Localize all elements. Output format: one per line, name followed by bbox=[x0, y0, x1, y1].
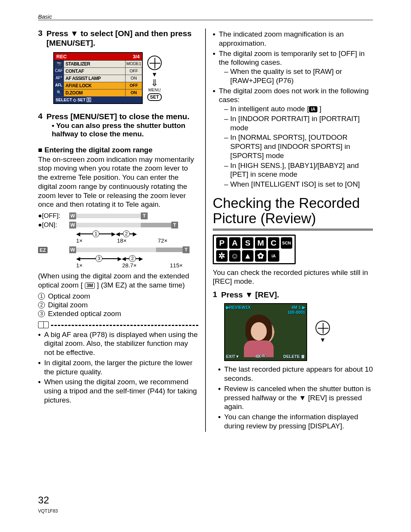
review-step-1: 1 Press ▼ [REV]. bbox=[213, 290, 373, 299]
ia-mode-icon: iA bbox=[309, 106, 317, 112]
step-number: 3 bbox=[38, 29, 43, 48]
camera-menu-figure: REC 3/4 📷STABILIZERMODE1CAFCONT.AFOFFAF*… bbox=[53, 52, 198, 104]
document-code: VQT1F83 bbox=[38, 508, 58, 514]
lcd-row: AF*AF ASSIST LAMPON bbox=[54, 75, 142, 82]
list-item: You can change the information displayed… bbox=[218, 412, 373, 431]
legend-digital: Digital zoom bbox=[48, 301, 88, 309]
review-lcd: ▶REVIEW1X 6M 1 ▶ 100-0001 EXIT▼ 4X 🔍 DEL… bbox=[224, 303, 307, 361]
step-title: Press ▼ [REV]. bbox=[221, 290, 373, 299]
lcd-row: AFLAF/AE LOCKOFF bbox=[54, 82, 142, 89]
zoom-18x: 18× bbox=[99, 237, 145, 244]
off-label: [OFF]: bbox=[42, 212, 60, 219]
list-item: When using the digital zoom, we recommen… bbox=[38, 377, 198, 404]
list-item: The last recorded picture appears for ab… bbox=[218, 365, 373, 383]
right-column: The indicated zoom magnification is an a… bbox=[213, 29, 373, 432]
zoom-range-diagram: ●[OFF]: WT ●[ON]: WT ◀━━━━1━━━━▶◀━2━▶ 1×… bbox=[38, 212, 198, 268]
down-arrow-icon: ▼ bbox=[320, 337, 326, 343]
list-item: In intelligent auto mode [iA ] bbox=[224, 104, 373, 113]
list-item: The digital zoom is temporarily set to [… bbox=[213, 49, 373, 85]
legend-extended: Extended optical zoom bbox=[48, 310, 121, 318]
list-item: In digital zoom, the larger the picture … bbox=[38, 358, 198, 377]
step-title: Press [MENU/SET] to close the menu. bbox=[46, 112, 198, 121]
title-rule bbox=[213, 228, 373, 231]
zoom-1x: 1× bbox=[76, 237, 99, 244]
subsection-header: Entering the digital zoom range bbox=[38, 146, 198, 154]
camera-lcd: REC 3/4 📷STABILIZERMODE1CAFCONT.AFOFFAF*… bbox=[53, 52, 143, 104]
person-photo-icon bbox=[242, 313, 276, 356]
notes-list: A big AF area (P78) is displayed when us… bbox=[38, 330, 198, 405]
zoom-1x-b: 1× bbox=[76, 262, 103, 268]
zoom-28x: 28.7× bbox=[103, 262, 156, 268]
step-3: 3 Press ▼ to select [ON] and then press … bbox=[38, 29, 198, 48]
step-sub-note: You can also press the shutter button ha… bbox=[52, 121, 198, 138]
lcd-footer: SELECT ◇ SET 🅂 bbox=[54, 97, 142, 103]
overlay-size: 6M 1 ▶ bbox=[292, 305, 305, 310]
dpad-figure: ▼ bbox=[315, 321, 330, 343]
zoom-paren-note: (When using the digital zoom and the ext… bbox=[38, 272, 198, 290]
review-figure: ▶REVIEW1X 6M 1 ▶ 100-0001 EXIT▼ 4X 🔍 DEL… bbox=[224, 303, 373, 361]
list-item: The digital zoom does not work in the fo… bbox=[213, 86, 373, 189]
review-notes: The last recorded picture appears for ab… bbox=[218, 365, 373, 430]
lcd-mode: REC bbox=[56, 54, 67, 59]
zoom-115x: 115× bbox=[156, 262, 183, 268]
zoom-72x: 72× bbox=[145, 237, 167, 244]
zoom-legend: 1Optical zoom 2Digital zoom 3Extended op… bbox=[38, 292, 198, 318]
list-item: A big AF area (P78) is displayed when us… bbox=[38, 330, 198, 357]
on-label: [ON]: bbox=[42, 221, 57, 228]
list-item: Review is canceled when the shutter butt… bbox=[218, 384, 373, 411]
3m-icon: 3M bbox=[85, 283, 95, 289]
list-item: In [NORMAL SPORTS], [OUTDOOR SPORTS] and… bbox=[224, 133, 373, 160]
lcd-row: 🔍D.ZOOMON bbox=[54, 89, 142, 97]
lcd-row: CAFCONT.AFOFF bbox=[54, 68, 142, 75]
left-column: 3 Press ▼ to select [ON] and then press … bbox=[38, 29, 198, 432]
step-title: Press ▼ to select [ON] and then press [M… bbox=[46, 29, 198, 48]
body-paragraph: The on-screen zoom indication may moment… bbox=[38, 155, 198, 209]
list-item: In [INDOOR PORTRAIT] in [PORTRAIT] mode bbox=[224, 114, 373, 133]
lcd-row: 📷STABILIZERMODE1 bbox=[54, 61, 142, 68]
ez-badge: EZ bbox=[38, 247, 48, 253]
dpad-icon bbox=[147, 56, 162, 70]
page-number: 32 bbox=[38, 494, 49, 506]
overlay-delete: DELETE 🗑 bbox=[284, 354, 305, 359]
section-header: Basic bbox=[38, 13, 373, 20]
legend-optical: Optical zoom bbox=[48, 292, 90, 300]
menu-label: MENU bbox=[148, 88, 161, 92]
column-divider bbox=[205, 29, 206, 432]
note-book-icon bbox=[38, 321, 49, 328]
overlay-4x: 4X 🔍 bbox=[256, 354, 268, 359]
overlay-exit: EXIT▼ bbox=[226, 354, 239, 359]
dpad-figure: ▼ ⇓ MENU SET bbox=[147, 56, 162, 101]
dpad-icon bbox=[315, 321, 330, 335]
down-arrow-icon: ▼ bbox=[151, 71, 158, 78]
list-item: In [HIGH SENS.], [BABY1]/[BABY2] and [PE… bbox=[224, 161, 373, 179]
list-item: When [INTELLIGENT ISO] is set to [ON] bbox=[224, 180, 373, 189]
step-4: 4 Press [MENU/SET] to close the menu. Yo… bbox=[38, 112, 198, 138]
lcd-page: 3/4 bbox=[133, 54, 140, 59]
right-top-list: The indicated zoom magnification is an a… bbox=[213, 30, 373, 189]
mode-dial-icons: PAS MCSCN ✲☺▲ ✿iA bbox=[213, 235, 296, 264]
section-title: Checking the Recorded Picture (Review) bbox=[213, 196, 373, 226]
set-button-icon: SET bbox=[147, 93, 161, 101]
review-intro: You can check the recorded pictures whil… bbox=[213, 268, 373, 286]
list-item: When the quality is set to [RAW] or [RAW… bbox=[224, 67, 373, 85]
down-arrow-large-icon: ⇓ bbox=[151, 79, 158, 86]
list-item: The indicated zoom magnification is an a… bbox=[213, 30, 373, 48]
overlay-file: 100-0001 bbox=[287, 310, 305, 315]
step-number: 4 bbox=[38, 112, 43, 138]
step-number: 1 bbox=[213, 290, 218, 299]
